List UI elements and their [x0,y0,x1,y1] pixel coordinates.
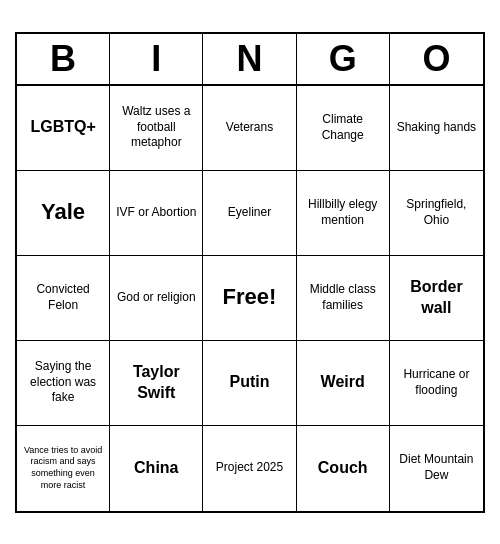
bingo-cell-5: Yale [17,171,110,256]
bingo-cell-8: Hillbilly elegy mention [297,171,390,256]
bingo-cell-19: Hurricane or flooding [390,341,483,426]
bingo-cell-0: LGBTQ+ [17,86,110,171]
bingo-header: BINGO [17,34,483,86]
bingo-grid: LGBTQ+Waltz uses a football metaphorVete… [17,86,483,511]
bingo-cell-12: Free! [203,256,296,341]
bingo-letter-g: G [297,34,390,84]
bingo-cell-4: Shaking hands [390,86,483,171]
bingo-cell-1: Waltz uses a football metaphor [110,86,203,171]
bingo-cell-21: China [110,426,203,511]
bingo-cell-9: Springfield, Ohio [390,171,483,256]
bingo-cell-14: Border wall [390,256,483,341]
bingo-letter-n: N [203,34,296,84]
bingo-card: BINGO LGBTQ+Waltz uses a football metaph… [15,32,485,513]
bingo-cell-6: IVF or Abortion [110,171,203,256]
bingo-cell-13: Middle class families [297,256,390,341]
bingo-cell-11: God or religion [110,256,203,341]
bingo-cell-24: Diet Mountain Dew [390,426,483,511]
bingo-cell-2: Veterans [203,86,296,171]
bingo-cell-23: Couch [297,426,390,511]
bingo-cell-17: Putin [203,341,296,426]
bingo-cell-18: Weird [297,341,390,426]
bingo-letter-i: I [110,34,203,84]
bingo-cell-22: Project 2025 [203,426,296,511]
bingo-letter-o: O [390,34,483,84]
bingo-cell-10: Convicted Felon [17,256,110,341]
bingo-letter-b: B [17,34,110,84]
bingo-cell-16: Taylor Swift [110,341,203,426]
bingo-cell-15: Saying the election was fake [17,341,110,426]
bingo-cell-20: Vance tries to avoid racism and says som… [17,426,110,511]
bingo-cell-3: Climate Change [297,86,390,171]
bingo-cell-7: Eyeliner [203,171,296,256]
